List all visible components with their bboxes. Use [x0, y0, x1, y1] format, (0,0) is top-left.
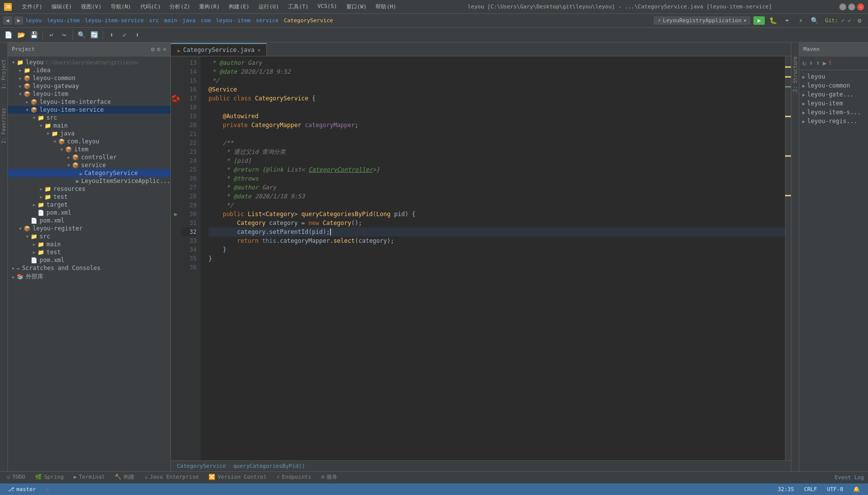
menu-h[interactable]: 帮助(H)	[372, 2, 400, 11]
find-button[interactable]: 🔍	[76, 30, 87, 41]
tree-item-category-service[interactable]: ☕ CategoryService	[8, 169, 170, 177]
settings-button[interactable]: ⚙	[854, 15, 865, 26]
vcs-update-button[interactable]: ⬇	[106, 30, 117, 41]
vcs-commit-button[interactable]: ✓	[119, 30, 130, 41]
tree-item-leyou-item[interactable]: 📦 leyou-item	[8, 90, 170, 98]
maven-upload-btn[interactable]: ⬆	[815, 58, 821, 68]
tree-item-pom-item-service[interactable]: 📄 pom.xml	[8, 209, 170, 217]
tree-item-leyou-common[interactable]: 📦 leyou-common	[8, 74, 170, 82]
code-content[interactable]: * @author Gary * @date 2020/1/18 9:52 */…	[201, 56, 785, 460]
minimize-button[interactable]: ─	[839, 3, 846, 10]
profile-button[interactable]: ⚡	[795, 15, 806, 26]
bottom-tab-java-enterprise[interactable]: ☕ Java Enterprise	[141, 472, 202, 483]
nav-breadcrumb-service[interactable]: service	[256, 17, 279, 24]
nav-breadcrumb-CategoryService[interactable]: CategoryService	[284, 17, 333, 24]
tree-item-leyou-app[interactable]: ▶ LeyouItemServiceApplic...	[8, 177, 170, 185]
nav-breadcrumb-leyou-item[interactable]: leyou-item	[47, 17, 80, 24]
maven-item-leyou-common[interactable]: ▶ leyou-common	[799, 81, 868, 90]
bottom-tab-build[interactable]: 🔨 构建	[112, 472, 137, 483]
nav-breadcrumb-main[interactable]: main	[164, 17, 177, 24]
menu-z[interactable]: 分析(Z)	[165, 2, 194, 11]
breadcrumb-method[interactable]: queryCategoriesByPid()	[233, 463, 305, 469]
bottom-tab-todo[interactable]: ☑ TODO	[4, 472, 28, 483]
nav-forward-button[interactable]: ▶	[14, 16, 24, 25]
favorites-panel-toggle[interactable]: 2: Favorites	[1, 106, 6, 145]
project-close-icon[interactable]: ×	[163, 45, 166, 53]
gutter-30[interactable]: ▶	[171, 210, 181, 219]
run-button[interactable]: ▶	[753, 16, 765, 25]
status-warnings[interactable]: ⚠	[44, 486, 51, 493]
menu-w[interactable]: 窗口(W)	[342, 2, 371, 11]
status-notifications[interactable]: 🔔	[851, 486, 862, 493]
bottom-tab-version-control[interactable]: 🔀 Version Control	[206, 472, 269, 483]
maven-run-btn[interactable]: ▶	[822, 58, 827, 68]
tree-item-item[interactable]: 📦 item	[8, 145, 170, 153]
status-vcs[interactable]: ⎇ master	[6, 486, 38, 493]
status-line-ending[interactable]: CRLF	[802, 486, 819, 493]
new-file-button[interactable]: 📄	[3, 30, 14, 41]
save-button[interactable]: 💾	[29, 30, 40, 41]
tree-item-pom-item[interactable]: 📄 pom.xml	[8, 217, 170, 225]
menu-f[interactable]: 文件(F)	[18, 2, 46, 11]
debug-button[interactable]: 🐛	[768, 15, 779, 26]
menu-vcss[interactable]: VCS(S)	[314, 2, 341, 11]
coverage-button[interactable]: ☂	[782, 15, 792, 26]
project-panel-toggle[interactable]: 1: Project	[1, 57, 6, 91]
bottom-tab-endpoints[interactable]: ⚡ Endpoints	[274, 472, 314, 483]
nav-breadcrumb-leyou[interactable]: leyou	[216, 17, 232, 24]
tree-item-src-register[interactable]: 📁 src	[8, 232, 170, 240]
tree-item-service[interactable]: 📦 service	[8, 161, 170, 169]
menu-e[interactable]: 编辑(E)	[47, 2, 76, 11]
nav-breadcrumb-src[interactable]: src	[149, 17, 159, 24]
maven-item-leyou-gateway[interactable]: ▶ leyou-gate...	[799, 90, 868, 99]
tree-item-src[interactable]: 📁 src	[8, 114, 170, 122]
bottom-tab-services[interactable]: ⚙ 服务	[318, 472, 340, 483]
menu-u[interactable]: 运行(U)	[254, 2, 283, 11]
close-button[interactable]: ×	[857, 3, 864, 10]
tree-item-scratches[interactable]: ✏ Scratches and Consoles	[8, 264, 170, 272]
nav-breadcrumb-java[interactable]: java	[182, 17, 196, 24]
status-encoding[interactable]: UTF-8	[825, 486, 845, 493]
tree-item-idea[interactable]: 📁 .idea	[8, 66, 170, 74]
breadcrumb-class[interactable]: CategoryService	[177, 463, 226, 469]
nav-breadcrumb-leyou-item-service[interactable]: leyou-item-service	[85, 17, 144, 24]
editor-tab-close[interactable]: ×	[257, 47, 260, 53]
project-settings-icon[interactable]: ⚙	[151, 45, 155, 53]
status-position[interactable]: 32:35	[776, 486, 796, 493]
menu-c[interactable]: 代码(C)	[136, 2, 165, 11]
tree-item-java[interactable]: 📁 java	[8, 130, 170, 137]
search-everywhere-button[interactable]: 🔍	[809, 15, 820, 26]
tree-item-resources[interactable]: 📁 resources	[8, 185, 170, 193]
maven-item-leyou-register[interactable]: ▶ leyou-regis...	[799, 117, 868, 126]
vcs-push-button[interactable]: ⬆	[132, 30, 143, 41]
tree-item-test[interactable]: 📁 test	[8, 193, 170, 201]
menu-t[interactable]: 工具(T)	[284, 2, 313, 11]
tree-item-leyou[interactable]: 📁 leyou C:\Users\Gary\Desktop\git\leyou	[8, 58, 170, 66]
tree-item-leyou-gateway[interactable]: 📦 leyou-gateway	[8, 82, 170, 90]
tree-item-leyou-item-service[interactable]: 📦 leyou-item-service	[8, 106, 170, 114]
menu-n[interactable]: 导航(N)	[107, 2, 135, 11]
open-button[interactable]: 📂	[16, 30, 27, 41]
tree-item-com-leyou[interactable]: 📦 com.leyou	[8, 137, 170, 145]
redo-button[interactable]: ↪	[59, 30, 70, 41]
run-config-selector[interactable]: ⚡ LeyouRegistryApplication ▾	[654, 16, 750, 25]
tree-item-leyou-item-interface[interactable]: 📦 leyou-item-interface	[8, 98, 170, 106]
tree-item-external-libs[interactable]: 📚 外部库	[8, 272, 170, 281]
maven-item-leyou-item[interactable]: ▶ leyou-item	[799, 99, 868, 108]
menu-v[interactable]: 视图(V)	[77, 2, 106, 11]
gutter-17[interactable]: 🫘	[171, 94, 181, 103]
structure-label[interactable]: 2: Structure	[792, 54, 798, 94]
nav-breadcrumb-leyou[interactable]: leyou	[25, 17, 41, 24]
maven-item-leyou[interactable]: ▶ leyou	[799, 72, 868, 81]
tree-item-controller[interactable]: 📦 controller	[8, 153, 170, 161]
maven-refresh-btn[interactable]: ↻	[801, 58, 807, 68]
tree-item-target[interactable]: 📁 target	[8, 201, 170, 209]
editor-tab-category-service[interactable]: ☕ CategoryService.java ×	[171, 43, 267, 56]
tree-item-test-register[interactable]: 📁 test	[8, 248, 170, 256]
undo-button[interactable]: ↩	[46, 30, 57, 41]
tree-item-leyou-register[interactable]: 📦 leyou-register	[8, 225, 170, 232]
tree-item-main[interactable]: 📁 main	[8, 122, 170, 130]
maven-download-btn[interactable]: ⬇	[808, 58, 814, 68]
nav-breadcrumb-item[interactable]: item	[238, 17, 251, 24]
nav-back-button[interactable]: ◀	[3, 16, 12, 25]
